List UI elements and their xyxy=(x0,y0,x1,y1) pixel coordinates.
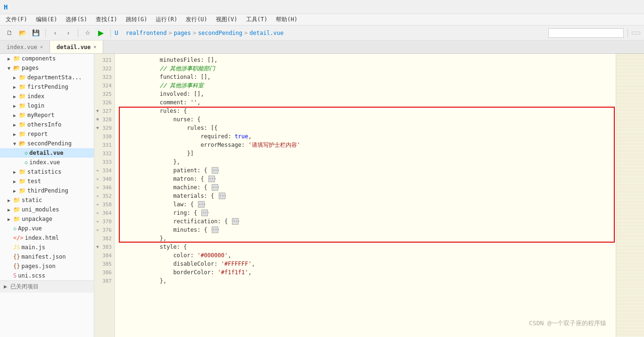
search-input[interactable] xyxy=(548,28,624,38)
code-token xyxy=(216,175,223,183)
tab-bar: index.vue × detail.vue × xyxy=(0,41,644,54)
expand-button[interactable]: + xyxy=(95,227,100,232)
code-line: errorMessage: '请填写护士栏内容' xyxy=(115,141,616,149)
sidebar-item-departmentsta[interactable]: ▶ 📁 departmentSta... xyxy=(0,73,94,82)
sidebar-item-index[interactable]: ▶ 📁 index xyxy=(0,92,94,101)
json-file-icon: {} xyxy=(13,253,20,260)
code-area[interactable]: minutesFiles: [], // 其他涉事职能部门 functional… xyxy=(115,54,616,337)
title-bar: H xyxy=(0,0,644,14)
menu-item[interactable]: 查找(I) xyxy=(92,15,121,25)
sidebar-item-firstpending[interactable]: ▶ 📁 firstPending xyxy=(0,82,94,92)
code-fold-indicator[interactable]: ··· xyxy=(201,210,208,216)
fold-button[interactable]: ▼ xyxy=(95,244,100,249)
sidebar-item-secondpending[interactable]: ▼ 📂 secondPending xyxy=(0,139,94,148)
close-button[interactable] xyxy=(634,4,640,10)
toolbar-separator-4 xyxy=(627,29,628,37)
sidebar-item-uni-scss[interactable]: ▶ S uni.scss xyxy=(0,271,94,280)
sidebar-item-unpackage[interactable]: ▶ 📁 unpackage xyxy=(0,214,94,224)
sidebar-item-static[interactable]: ▶ 📁 static xyxy=(0,195,94,205)
code-fold-indicator[interactable]: ··· xyxy=(212,167,218,174)
code-fold-indicator[interactable]: ··· xyxy=(232,218,239,225)
minimize-button[interactable] xyxy=(613,4,619,10)
line-number: 385 xyxy=(94,260,115,268)
breadcrumb-pages[interactable]: pages xyxy=(174,30,191,36)
vue-icon: ◇ xyxy=(25,150,28,156)
sidebar-item-main-js[interactable]: ▶ JS main.js xyxy=(0,243,94,252)
sidebar-item-detail-vue[interactable]: ▶ ◇ detail.vue xyxy=(0,148,94,158)
tab-detail-vue[interactable]: detail.vue × xyxy=(50,41,103,53)
expand-button[interactable]: + xyxy=(95,168,100,173)
menu-item[interactable]: 视图(V) xyxy=(212,15,241,25)
menu-item[interactable]: 运行(R) xyxy=(152,15,181,25)
breadcrumb-file[interactable]: detail.vue xyxy=(249,30,283,36)
sidebar-item-secondpending-index-vue[interactable]: ▶ ◇ index.vue xyxy=(0,158,94,167)
code-fold-indicator[interactable]: ··· xyxy=(212,227,218,233)
save-button[interactable]: 💾 xyxy=(30,27,41,39)
arrow-icon: ▶ xyxy=(13,103,19,109)
sidebar-item-label: statistics xyxy=(27,168,61,175)
code-fold-indicator[interactable]: ··· xyxy=(208,176,215,182)
expand-button[interactable]: + xyxy=(95,202,100,207)
expand-button[interactable]: + xyxy=(95,177,100,181)
sidebar-item-uni-modules[interactable]: ▶ 📁 uni_modules xyxy=(0,205,94,214)
menu-item[interactable]: 选择(S) xyxy=(62,15,91,25)
sidebar-item-statistics[interactable]: ▶ 📁 statistics xyxy=(0,167,94,177)
sidebar-item-components[interactable]: ▶ 📁 components xyxy=(0,54,94,63)
sidebar-item-login[interactable]: ▶ 📁 login xyxy=(0,101,94,110)
expand-button[interactable]: + xyxy=(95,211,100,215)
sidebar-item-othersinfo[interactable]: ▶ 📁 othersInfo xyxy=(0,120,94,129)
expand-button[interactable]: + xyxy=(95,219,100,224)
sidebar-item-report[interactable]: ▶ 📁 report xyxy=(0,129,94,139)
fold-button[interactable]: ▼ xyxy=(95,126,100,130)
menu-item[interactable]: 工具(T) xyxy=(242,15,272,25)
sidebar-item-label: uni.scss xyxy=(18,272,45,279)
maximize-button[interactable] xyxy=(623,4,630,10)
code-line: machine: { ··· xyxy=(115,183,616,192)
sidebar-item-pages-json[interactable]: ▶ {} pages.json xyxy=(0,261,94,271)
line-number: 331 xyxy=(94,141,115,149)
code-fold-indicator[interactable]: ··· xyxy=(198,201,205,208)
tab-detail-vue-close[interactable]: × xyxy=(93,44,96,50)
fold-button[interactable]: ▼ xyxy=(95,117,100,122)
tab-index-vue[interactable]: index.vue × xyxy=(0,41,50,53)
title-bar-controls xyxy=(613,4,640,10)
sidebar-item-label: index.html xyxy=(25,235,59,241)
expand-button[interactable]: + xyxy=(95,194,100,198)
folder-icon: 📂 xyxy=(19,140,26,147)
code-token xyxy=(219,183,226,192)
forward-button[interactable]: › xyxy=(63,27,74,39)
breadcrumb-secondpending[interactable]: secondPending xyxy=(198,30,242,36)
sidebar-item-test[interactable]: ▶ 📁 test xyxy=(0,177,94,186)
sidebar-item-thirdpending[interactable]: ▶ 📁 thirdPending xyxy=(0,186,94,195)
menu-item[interactable]: 帮助(H) xyxy=(272,15,301,25)
menu-item[interactable]: 发行(U) xyxy=(182,15,211,25)
code-token: '#000000' xyxy=(197,251,228,260)
menu-item[interactable]: 文件(F) xyxy=(2,15,31,25)
code-token xyxy=(219,166,226,175)
code-fold-indicator[interactable]: ··· xyxy=(212,184,218,191)
closed-project-section[interactable]: ▶ 已关闭项目 xyxy=(0,280,94,293)
open-file-button[interactable]: 📂 xyxy=(17,27,28,39)
new-file-button[interactable]: 🗋 xyxy=(4,27,15,39)
sidebar-item-manifest-json[interactable]: ▶ {} manifest.json xyxy=(0,252,94,261)
bookmark-button[interactable]: ☆ xyxy=(82,27,93,39)
code-token: , xyxy=(228,251,231,260)
fold-button[interactable]: ▼ xyxy=(95,109,100,113)
menu-item[interactable]: 跳转(G) xyxy=(122,15,151,25)
code-fold-indicator[interactable]: ··· xyxy=(219,193,225,199)
expand-button[interactable]: + xyxy=(95,185,100,190)
back-button[interactable]: ‹ xyxy=(50,27,61,39)
preview-button[interactable] xyxy=(632,32,640,34)
breadcrumb-root[interactable]: realfrontend xyxy=(126,30,167,36)
code-token xyxy=(239,217,246,226)
sidebar-item-pages[interactable]: ▼ 📂 pages xyxy=(0,63,94,73)
sidebar-item-app-vue[interactable]: ▶ ◇ App.vue xyxy=(0,224,94,233)
code-token: , xyxy=(252,260,255,268)
tab-index-vue-close[interactable]: × xyxy=(40,44,43,50)
code-editor[interactable]: 321322323324325326▼327▼328▼3293303313323… xyxy=(94,54,644,337)
sidebar-item-index-html[interactable]: ▶ </> index.html xyxy=(0,233,94,243)
menu-item[interactable]: 编辑(E) xyxy=(32,15,61,25)
code-token: color: xyxy=(119,251,197,260)
sidebar-item-myreport[interactable]: ▶ 📁 myReport xyxy=(0,110,94,120)
run-button[interactable]: ▶ xyxy=(95,27,107,39)
